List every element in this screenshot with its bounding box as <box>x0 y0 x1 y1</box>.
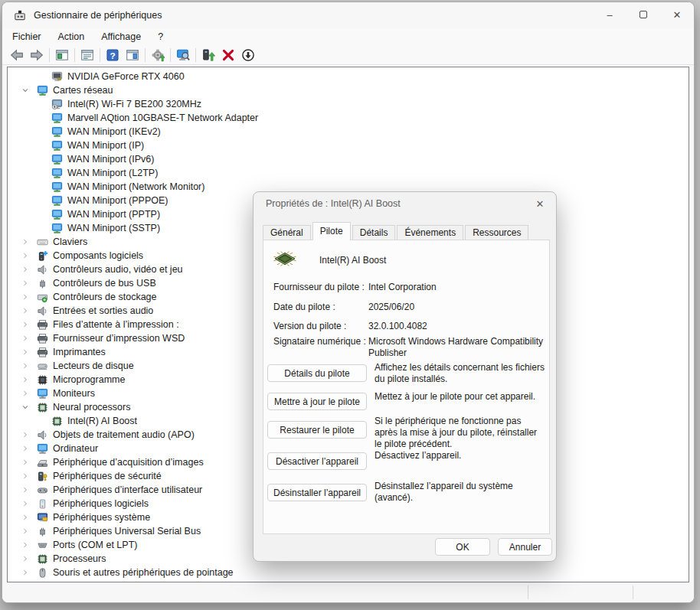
details-du-pilote-button[interactable]: Détails du pilote <box>267 364 367 382</box>
tree-item-label: WAN Miniport (L2TP) <box>67 168 158 178</box>
chevron-right-icon[interactable] <box>19 318 31 331</box>
tree-item[interactable]: Cartes réseau <box>8 83 689 97</box>
chevron-right-icon[interactable] <box>19 291 31 303</box>
tree-item[interactable]: Intel(R) Wi-Fi 7 BE200 320MHz <box>8 97 689 111</box>
maximize-button[interactable] <box>626 2 660 28</box>
back-icon <box>10 48 24 62</box>
chevron-right-icon[interactable] <box>19 305 31 317</box>
printer-icon <box>37 319 48 331</box>
tree-item[interactable]: WAN Miniport (IPv6) <box>8 152 689 166</box>
network-adapter-icon <box>51 126 63 138</box>
help-button[interactable] <box>103 47 123 64</box>
scan-hardware-button[interactable] <box>148 47 168 64</box>
chevron-right-icon[interactable] <box>19 539 31 551</box>
chevron-down-icon[interactable] <box>19 84 31 96</box>
toolbar-separator <box>170 48 171 62</box>
tree-item-label: Périphériques de sécurité <box>53 471 162 481</box>
window-controls: – ✕ <box>593 2 694 28</box>
chevron-right-icon[interactable] <box>19 470 31 482</box>
menu-item-fichier[interactable]: Fichier <box>4 30 50 44</box>
security-device-icon <box>37 471 48 482</box>
tree-item-label: Imprimantes <box>53 347 106 357</box>
ok-button[interactable]: OK <box>435 538 490 556</box>
tree-item[interactable]: Souris et autres périphériques de pointa… <box>8 566 689 579</box>
chevron-right-icon[interactable] <box>19 387 31 400</box>
chevron-down-icon[interactable] <box>19 401 31 413</box>
console-tree-button[interactable] <box>52 47 72 64</box>
tree-item[interactable]: NVIDIA GeForce RTX 4060 <box>8 70 689 83</box>
desinstaller-l-appareil-button[interactable]: Désinstaller l’appareil <box>267 484 367 501</box>
console-tree-icon <box>55 48 69 62</box>
restaurer-le-pilote-button[interactable]: Restaurer le pilote <box>267 421 367 439</box>
chevron-right-icon[interactable] <box>19 484 31 496</box>
tree-item-label: Contrôleurs de stockage <box>53 292 157 302</box>
toolbar-separator <box>49 48 50 62</box>
back-button[interactable] <box>7 47 27 64</box>
cancel-button[interactable]: Annuler <box>498 538 552 556</box>
mettre-a-jour-le-pilote-button[interactable]: Mettre à jour le pilote <box>267 393 367 410</box>
tab-ressources[interactable]: Ressources <box>465 225 528 240</box>
tree-item-label: Moniteurs <box>53 388 95 399</box>
chevron-right-icon[interactable] <box>19 553 31 565</box>
menu-bar: FichierActionAffichage? <box>2 28 694 45</box>
chevron-right-icon[interactable] <box>19 236 31 248</box>
tree-item[interactable]: Marvell AQtion 10GBASE-T Network Adapter <box>8 111 689 125</box>
tree-item[interactable]: WAN Miniport (IKEv2) <box>8 125 689 139</box>
tree-item[interactable]: WAN Miniport (IP) <box>8 139 689 152</box>
chevron-right-icon[interactable] <box>19 346 31 358</box>
printer-icon <box>37 333 48 344</box>
expander-spacer <box>34 194 46 207</box>
chevron-right-icon[interactable] <box>19 263 31 276</box>
chevron-right-icon[interactable] <box>19 360 31 372</box>
properties-button[interactable] <box>77 47 97 64</box>
tab-evenements[interactable]: Événements <box>397 225 463 240</box>
menu-item-help[interactable]: ? <box>149 30 172 44</box>
tree-item-label: Périphérique d’acquisition d’images <box>53 457 204 468</box>
chevron-right-icon[interactable] <box>19 525 31 537</box>
tree-item-label: Périphériques logiciels <box>53 498 149 509</box>
action-description: Mettez à jour le pilote pour cet apparei… <box>375 391 546 403</box>
driver-tab-page: Intel(R) AI Boost Fournisseur du pilote … <box>263 240 550 534</box>
chevron-right-icon[interactable] <box>19 497 31 510</box>
chevron-right-icon[interactable] <box>19 442 31 455</box>
usb-controller-icon <box>37 526 48 537</box>
tree-item-label: Contrôleurs de bus USB <box>53 278 156 289</box>
status-bar <box>2 582 694 602</box>
forward-button[interactable] <box>27 47 47 64</box>
chevron-right-icon[interactable] <box>19 511 31 524</box>
action-description: Si le périphérique ne fonctionne pas apr… <box>375 416 546 450</box>
tree-item-label: Marvell AQtion 10GBASE-T Network Adapter <box>67 113 258 123</box>
update-driver-button[interactable] <box>198 47 218 64</box>
menu-item-affichage[interactable]: Affichage <box>93 30 149 44</box>
minimize-button[interactable]: – <box>593 2 626 28</box>
tree-item[interactable]: WAN Miniport (L2TP) <box>8 166 689 180</box>
tab-pilote[interactable]: Pilote <box>312 222 351 240</box>
tab-general[interactable]: Général <box>263 225 311 240</box>
dialog-close-button[interactable]: ✕ <box>532 197 548 212</box>
chevron-right-icon[interactable] <box>19 566 31 579</box>
action-pane-button[interactable] <box>123 47 142 64</box>
processor-icon <box>51 416 63 427</box>
tree-item-label: Microprogramme <box>53 374 125 385</box>
chevron-right-icon[interactable] <box>19 250 31 262</box>
chevron-right-icon[interactable] <box>19 332 31 344</box>
disable-device-button[interactable] <box>238 47 258 64</box>
tree-item-label: NVIDIA GeForce RTX 4060 <box>67 71 185 82</box>
chevron-right-icon[interactable] <box>19 374 31 386</box>
chevron-right-icon[interactable] <box>19 429 31 441</box>
uninstall-device-icon <box>221 48 235 62</box>
uninstall-device-button[interactable] <box>218 47 238 64</box>
tree-item-label: WAN Miniport (SSTP) <box>67 223 160 233</box>
audio-controller-icon <box>37 305 48 317</box>
chevron-right-icon[interactable] <box>19 277 31 289</box>
tree-item-label: Lecteurs de disque <box>53 360 134 371</box>
tree-item-label: Entrées et sorties audio <box>53 305 153 316</box>
close-button[interactable]: ✕ <box>660 2 694 28</box>
search-computer-button[interactable] <box>173 47 193 64</box>
chevron-right-icon[interactable] <box>19 456 31 468</box>
expander-spacer <box>34 126 46 138</box>
desactiver-l-appareil-button[interactable]: Désactiver l’appareil <box>267 452 367 470</box>
tree-item-label: Fournisseur d’impression WSD <box>53 333 185 344</box>
menu-item-action[interactable]: Action <box>50 30 93 44</box>
tab-details[interactable]: Détails <box>352 225 396 240</box>
